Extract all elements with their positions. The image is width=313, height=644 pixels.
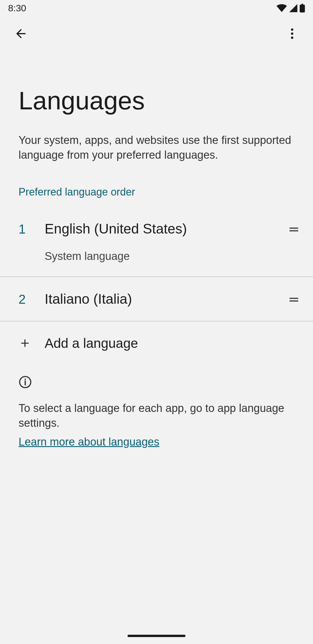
svg-rect-5	[290, 298, 298, 299]
toolbar	[0, 16, 313, 51]
signal-icon	[289, 4, 297, 12]
battery-icon	[300, 4, 305, 12]
drag-handle[interactable]	[287, 222, 301, 236]
info-icon	[19, 375, 32, 389]
svg-point-1	[291, 32, 293, 35]
status-time: 8:30	[8, 3, 26, 14]
language-name: Italiano (Italia)	[45, 291, 287, 307]
arrow-back-icon	[14, 27, 28, 41]
drag-handle[interactable]	[287, 293, 301, 307]
language-body: English (United States) System language	[45, 221, 287, 263]
language-item[interactable]: 2 Italiano (Italia)	[0, 277, 313, 321]
status-bar: 8:30	[0, 0, 313, 16]
language-list: 1 English (United States) System languag…	[0, 207, 313, 321]
language-body: Italiano (Italia)	[45, 291, 287, 307]
svg-point-2	[291, 37, 293, 39]
language-name: English (United States)	[45, 221, 287, 237]
wifi-icon	[276, 4, 287, 12]
svg-point-0	[291, 28, 293, 31]
status-icons	[276, 4, 305, 12]
add-language-label: Add a language	[45, 335, 138, 351]
gesture-bar[interactable]	[128, 635, 185, 637]
language-index: 1	[19, 221, 45, 236]
drag-handle-icon	[288, 294, 300, 305]
more-vert-icon	[285, 27, 299, 41]
language-item[interactable]: 1 English (United States) System languag…	[0, 207, 313, 277]
back-button[interactable]	[10, 23, 31, 44]
svg-rect-3	[290, 227, 298, 229]
info-text: To select a language for each app, go to…	[19, 401, 294, 431]
plus-icon-wrap	[19, 337, 45, 350]
learn-more-link[interactable]: Learn more about languages	[19, 436, 159, 448]
svg-point-9	[25, 379, 26, 380]
info-section: To select a language for each app, go to…	[0, 365, 313, 459]
plus-icon	[19, 337, 31, 350]
add-language-button[interactable]: Add a language	[0, 321, 313, 365]
page-description: Your system, apps, and websites use the …	[0, 127, 313, 177]
language-index: 2	[19, 291, 45, 307]
overflow-menu-button[interactable]	[282, 23, 303, 44]
svg-rect-4	[290, 230, 298, 231]
page-title: Languages	[0, 51, 313, 127]
info-icon-wrap	[19, 375, 294, 390]
language-subtitle: System language	[45, 250, 287, 263]
section-header: Preferred language order	[0, 177, 313, 207]
svg-rect-6	[290, 300, 298, 301]
drag-handle-icon	[288, 224, 300, 235]
